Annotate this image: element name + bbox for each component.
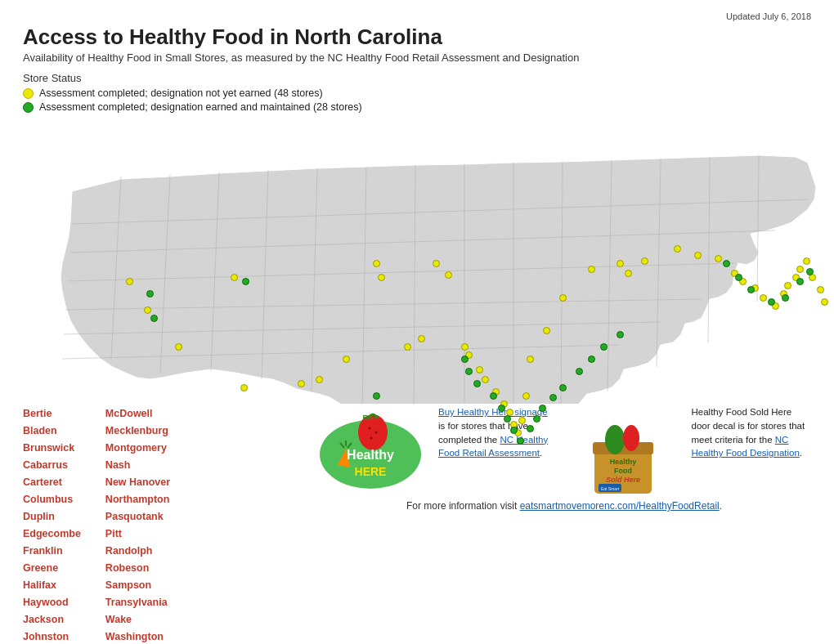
county-name: Washington (105, 628, 170, 644)
store-dot-yellow (175, 343, 182, 351)
healthy-food-sold-here-svg: Healthy Food Sold Here Eat Smart (570, 405, 676, 495)
county-name: Columbus (23, 491, 81, 508)
store-dot-yellow (378, 274, 385, 281)
svg-point-34 (605, 425, 625, 454)
store-dot-yellow (715, 255, 722, 262)
legend-yellow-text: Assessment completed; designation not ye… (39, 87, 323, 99)
county-name: Bertie (23, 405, 81, 422)
store-dot-yellow (674, 245, 681, 253)
county-name: Johnston (23, 628, 81, 644)
info-row: Healthy HERE BUY Buy Healthy Here signag… (317, 405, 811, 487)
store-dot-yellow (482, 376, 489, 383)
footer-text: For more information visit eatsmartmovem… (317, 500, 811, 512)
bottom-section: BertieBladenBrunswickCabarrusCarteretCol… (23, 405, 811, 644)
store-dot-yellow (792, 274, 800, 281)
store-dot-green (549, 394, 557, 401)
store-dot-yellow (433, 260, 440, 267)
right-info: Healthy HERE BUY Buy Healthy Here signag… (317, 405, 811, 644)
store-dot-yellow (373, 260, 380, 267)
map-container: .county-fill { fill: #d4d4d4; stroke: #f… (23, 118, 824, 404)
yellow-dot-icon (23, 88, 34, 99)
county-name: Robeson (105, 560, 170, 576)
county-name: Franklin (23, 543, 81, 559)
county-name: Bladen (23, 423, 81, 439)
store-dot-yellow (772, 302, 779, 310)
county-name: Halifax (23, 577, 81, 593)
store-dot-green (600, 343, 608, 351)
store-dot-yellow (641, 257, 648, 265)
county-name: Duplin (23, 508, 81, 525)
store-dot-yellow (617, 260, 624, 267)
buy-healthy-signage-link[interactable]: Buy Healthy Here signage (438, 407, 548, 417)
county-name: Nash (105, 457, 170, 473)
page-subtitle: Availability of Healthy Food in Small St… (23, 51, 811, 64)
store-dot-yellow (821, 298, 828, 306)
county-name: Carteret (23, 474, 81, 490)
store-dot-green (735, 274, 742, 281)
store-dot-yellow (739, 278, 747, 285)
store-dot-green (576, 368, 583, 375)
store-dot-yellow (527, 356, 534, 363)
county-name: Pitt (105, 525, 170, 542)
footer-link[interactable]: eatsmartmovemorenc.com/HealthyFoodRetail (520, 500, 720, 512)
store-dots-container (23, 118, 824, 404)
store-dot-green (473, 380, 481, 387)
svg-text:Eat Smart: Eat Smart (601, 486, 620, 491)
healthy-food-logo: Healthy Food Sold Here Eat Smart (570, 405, 676, 487)
store-dot-yellow (694, 252, 702, 259)
legend-item-yellow: Assessment completed; designation not ye… (23, 87, 811, 99)
county-name: Sampson (105, 577, 170, 593)
store-dot-yellow (784, 282, 791, 289)
store-dot-yellow (476, 366, 483, 373)
county-name: Cabarrus (23, 457, 81, 473)
svg-text:Sold Here: Sold Here (606, 476, 640, 484)
county-name: Pasquotank (105, 508, 170, 525)
store-dot-green (242, 278, 249, 285)
store-dot-yellow (522, 392, 530, 400)
store-dot-yellow (803, 257, 810, 265)
store-dot-green (796, 278, 804, 285)
svg-point-35 (623, 425, 639, 451)
store-dot-yellow (465, 351, 473, 359)
store-dot-green (146, 290, 154, 297)
store-dot-green (465, 368, 473, 375)
svg-point-24 (370, 436, 373, 439)
store-dot-green (150, 315, 158, 322)
county-name: Jackson (23, 611, 81, 628)
page-title: Access to Healthy Food in North Carolina (23, 25, 811, 50)
svg-text:Healthy: Healthy (610, 458, 637, 466)
store-dot-yellow (418, 335, 425, 342)
store-dot-yellow (731, 270, 738, 277)
store-dot-green (490, 392, 497, 400)
store-dot-green (461, 356, 469, 363)
store-dot-yellow (492, 388, 500, 396)
store-dot-yellow (543, 327, 550, 334)
store-dot-green (373, 392, 380, 400)
store-dot-yellow (445, 271, 452, 279)
healthy-food-info-text: Healthy Food Sold Here door decal is for… (691, 405, 811, 460)
store-dot-yellow (796, 266, 804, 273)
store-dot-yellow (760, 294, 767, 302)
green-dot-icon (23, 102, 34, 113)
svg-point-22 (369, 427, 371, 429)
store-dot-green (588, 356, 595, 363)
county-name: Greene (23, 560, 81, 576)
store-dot-yellow (126, 278, 133, 285)
county-col-1: BertieBladenBrunswickCabarrusCarteretCol… (23, 405, 81, 644)
store-dot-yellow (588, 266, 595, 273)
store-dot-yellow (144, 306, 151, 314)
store-dot-yellow (625, 270, 632, 277)
county-name: Wake (105, 611, 170, 628)
buy-healthy-info-text: Buy Healthy Here signage is for stores t… (438, 405, 555, 460)
county-name: Randolph (105, 543, 170, 559)
county-name: Northampton (105, 491, 170, 508)
county-name: Edgecombe (23, 525, 81, 542)
county-name: Montgomery (105, 440, 170, 456)
svg-text:HERE: HERE (355, 465, 387, 478)
county-name: Haywood (23, 594, 81, 610)
store-dot-yellow (231, 274, 238, 281)
store-dot-yellow (240, 384, 248, 391)
store-dot-yellow (298, 380, 305, 387)
county-name: Brunswick (23, 440, 81, 456)
county-name: McDowell (105, 405, 170, 422)
